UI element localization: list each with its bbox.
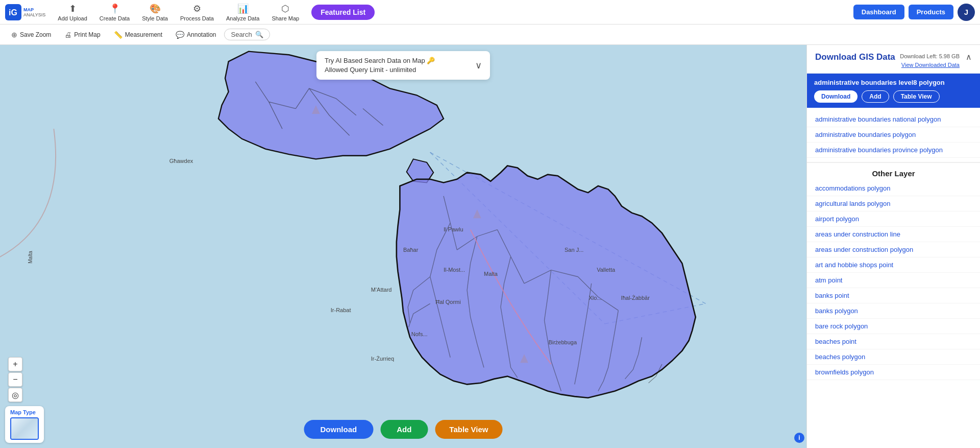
save-zoom-icon: ⊕: [11, 31, 17, 39]
right-panel: Download GIS Data Download Left: 5.98 GB…: [806, 45, 980, 448]
ai-banner-collapse[interactable]: ∨: [475, 60, 482, 71]
nav-style-data-label: Style Data: [142, 15, 168, 21]
nav-create-data[interactable]: 📍 Create Data: [94, 1, 135, 23]
process-data-icon: ⚙: [193, 3, 201, 14]
style-data-icon: 🎨: [150, 3, 161, 14]
zoom-in-button[interactable]: +: [8, 357, 22, 371]
other-layer-airport[interactable]: airport polygon: [807, 211, 980, 227]
search-label: Search: [231, 31, 252, 38]
layer-item-national[interactable]: administrative boundaries national polyg…: [807, 112, 980, 127]
featured-add-button[interactable]: Add: [862, 90, 889, 103]
svg-text:iG: iG: [9, 8, 17, 17]
search-icon: 🔍: [255, 31, 263, 38]
other-layer-construction-line[interactable]: areas under construction line: [807, 227, 980, 242]
panel-meta: Download Left: 5.98 GB View Downloaded D…: [900, 52, 960, 69]
analyze-data-icon: 📊: [237, 3, 249, 14]
nav-share-map-label: Share Map: [272, 15, 299, 21]
download-left: Download Left: 5.98 GB: [900, 52, 960, 61]
other-layer-accommodations[interactable]: accommodations polygon: [807, 181, 980, 196]
other-layer-beaches-polygon[interactable]: beaches polygon: [807, 349, 980, 365]
bottom-add-button[interactable]: Add: [380, 420, 428, 439]
annotation-icon: 💬: [176, 31, 184, 39]
nav-add-upload[interactable]: ⬆ Add Upload: [53, 1, 92, 23]
view-downloaded[interactable]: View Downloaded Data: [900, 61, 960, 69]
bottom-table-view-button[interactable]: Table View: [435, 420, 502, 439]
featured-table-button[interactable]: Table View: [893, 90, 940, 103]
products-button[interactable]: Products: [909, 5, 953, 19]
layer-item-province[interactable]: administrative boundaries province polyg…: [807, 143, 980, 158]
annotation-item[interactable]: 💬 Annotation: [170, 29, 221, 41]
other-layer-section: Other Layer accommodations polygon agric…: [807, 162, 980, 380]
logo: iG MAP ANALYSIS: [5, 4, 45, 20]
other-layer-bare-rock[interactable]: bare rock polygon: [807, 319, 980, 334]
ai-banner-line2: Allowed Query Limit - unlimited: [325, 65, 435, 75]
annotation-label: Annotation: [187, 31, 216, 38]
other-layer-banks-polygon[interactable]: banks polygon: [807, 303, 980, 319]
logo-text: MAP ANALYSIS: [23, 7, 45, 17]
main-area: Għawdex Malta Il Pawlu Baħar Il-Most... …: [0, 45, 980, 448]
map-container[interactable]: Għawdex Malta Il Pawlu Baħar Il-Most... …: [0, 45, 806, 448]
top-nav: iG MAP ANALYSIS ⬆ Add Upload 📍 Create Da…: [0, 0, 980, 25]
search-box[interactable]: Search 🔍: [224, 29, 270, 40]
ai-banner-text: Try AI Based Search Data on Map 🔑 Allowe…: [325, 56, 435, 75]
panel-title: Download GIS Data: [815, 52, 895, 62]
map-svg: [0, 45, 806, 448]
panel-collapse-icon[interactable]: ∧: [966, 52, 972, 62]
nav-share-map[interactable]: ⬡ Share Map: [266, 1, 304, 23]
share-map-icon: ⬡: [281, 3, 289, 14]
featured-list-button[interactable]: Featured List: [311, 5, 375, 20]
bottom-actions: Download Add Table View: [304, 420, 503, 439]
add-upload-icon: ⬆: [69, 3, 77, 14]
secondary-nav: ⊕ Save Zoom 🖨 Print Map 📏 Measurement 💬 …: [0, 25, 980, 45]
other-layer-list: accommodations polygon agricultural land…: [807, 181, 980, 380]
nav-process-data[interactable]: ⚙ Process Data: [175, 1, 219, 23]
reset-view-button[interactable]: ◎: [8, 388, 22, 402]
measurement-icon: 📏: [114, 31, 122, 39]
other-layer-brownfields[interactable]: brownfields polygon: [807, 365, 980, 380]
ai-banner: Try AI Based Search Data on Map 🔑 Allowe…: [316, 51, 490, 80]
nav-analyze-data-label: Analyze Data: [226, 15, 259, 21]
featured-layer-item: administrative boundaries level8 polygon…: [807, 74, 980, 108]
map-type-box[interactable]: Map Type: [5, 406, 44, 443]
logo-icon: iG: [5, 4, 21, 20]
print-map-label: Print Map: [74, 31, 100, 38]
ai-banner-line1: Try AI Based Search Data on Map 🔑: [325, 56, 435, 65]
panel-header: Download GIS Data Download Left: 5.98 GB…: [807, 45, 980, 74]
other-layer-construction-polygon[interactable]: areas under construction polygon: [807, 242, 980, 257]
other-layer-atm[interactable]: atm point: [807, 273, 980, 288]
bottom-download-button[interactable]: Download: [304, 420, 374, 439]
nav-analyze-data[interactable]: 📊 Analyze Data: [221, 1, 264, 23]
map-type-label: Map Type: [10, 409, 36, 415]
info-icon[interactable]: i: [794, 433, 804, 443]
nav-create-data-label: Create Data: [100, 15, 130, 21]
other-layer-beaches-point[interactable]: beaches point: [807, 334, 980, 349]
nav-process-data-label: Process Data: [180, 15, 214, 21]
dashboard-button[interactable]: Dashboard: [853, 5, 904, 19]
zoom-out-button[interactable]: −: [8, 372, 22, 387]
other-layer-art-shops[interactable]: art and hobbie shops point: [807, 257, 980, 273]
print-map-item[interactable]: 🖨 Print Map: [59, 29, 105, 41]
map-type-thumbnail: [10, 417, 39, 440]
featured-layer-title: administrative boundaries level8 polygon: [814, 79, 973, 86]
nav-style-data[interactable]: 🎨 Style Data: [137, 1, 173, 23]
map-controls: + − ◎: [8, 357, 22, 402]
save-zoom-label: Save Zoom: [20, 31, 51, 38]
measurement-label: Measurement: [125, 31, 162, 38]
save-zoom-item[interactable]: ⊕ Save Zoom: [6, 29, 56, 41]
measurement-item[interactable]: 📏 Measurement: [109, 29, 167, 41]
print-map-icon: 🖨: [64, 31, 71, 39]
featured-download-button[interactable]: Download: [814, 90, 857, 103]
other-layer-title: Other Layer: [807, 163, 980, 181]
featured-layer-actions: Download Add Table View: [814, 90, 973, 103]
other-layer-agricultural[interactable]: agricultural lands polygon: [807, 196, 980, 211]
layer-item-polygon[interactable]: administrative boundaries polygon: [807, 127, 980, 143]
nav-add-upload-label: Add Upload: [58, 15, 87, 21]
other-layer-banks-point[interactable]: banks point: [807, 288, 980, 303]
create-data-icon: 📍: [109, 3, 120, 14]
layer-list: administrative boundaries national polyg…: [807, 108, 980, 162]
user-avatar[interactable]: J: [958, 4, 975, 21]
